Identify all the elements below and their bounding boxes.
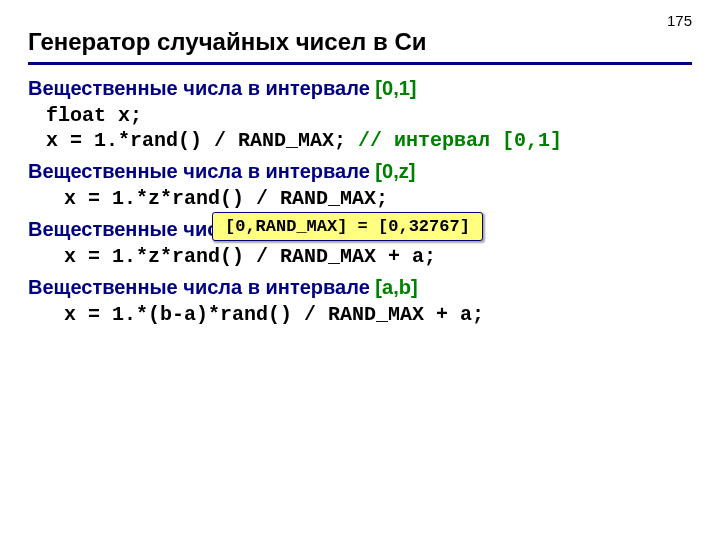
- interval-literal: [0,1]: [375, 77, 416, 99]
- interval-literal: [a,b]: [375, 276, 417, 298]
- code-line-3: x = 1.*z*rand() / RAND_MAX + a;: [64, 245, 692, 268]
- callout-box: [0,RAND_MAX] = [0,32767]: [212, 212, 483, 241]
- section-heading-4: Вещественные числа в интервале [a,b]: [28, 276, 692, 299]
- page-number: 175: [667, 12, 692, 29]
- code-line-1b: x = 1.*rand() / RAND_MAX; // интервал [0…: [46, 129, 692, 152]
- section-heading-2: Вещественные числа в интервале [0,z]: [28, 160, 692, 183]
- code-stmt: x = 1.*rand() / RAND_MAX;: [46, 129, 358, 152]
- section-text: Вещественные числа в интервале: [28, 276, 375, 298]
- code-comment: // интервал [0,1]: [358, 129, 562, 152]
- code-line-4: x = 1.*(b-a)*rand() / RAND_MAX + a;: [64, 303, 692, 326]
- interval-literal: [0,z]: [375, 160, 415, 182]
- section-heading-1: Вещественные числа в интервале [0,1]: [28, 77, 692, 100]
- section-text: Вещественные числа в интервале: [28, 160, 375, 182]
- code-line-1a: float x;: [46, 104, 692, 127]
- code-line-2: x = 1.*z*rand() / RAND_MAX;: [64, 187, 692, 210]
- section-text: Вещественные числа в интервале: [28, 77, 375, 99]
- slide-title: Генератор случайных чисел в Си: [28, 28, 692, 65]
